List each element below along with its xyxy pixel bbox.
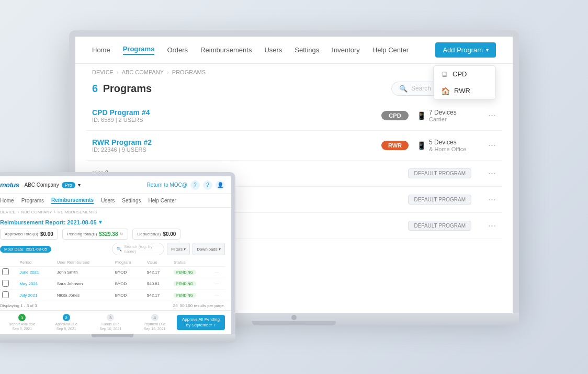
program-meta-1: ID: 6589 | 2 USERS (92, 117, 373, 123)
mini-stat-approved: Approved Total(B) $0.00 (0, 229, 58, 240)
mini-toolbar: Most Date: 2021-08-05 🔍 Search (e.g. by … (0, 243, 225, 255)
default-badge-4: DEFAULT PROGRAM (408, 195, 471, 205)
mini-search-placeholder: Search (e.g. by name) (124, 244, 160, 254)
row-status-2: PENDING (174, 281, 196, 286)
row-value-2: $40.81 (145, 278, 172, 290)
program-actions-5[interactable]: ··· (488, 220, 496, 231)
mini-content: Reimbursement Report: 2021-08-05 ▾ Appro… (0, 217, 231, 301)
mini-breadcrumb: DEVICE › NBC COMPANY › REIMBURSEMENTS (0, 208, 231, 217)
th-period: Period (17, 258, 55, 267)
mini-filters-button[interactable]: Filters ▾ (167, 243, 190, 255)
default-badge-3: DEFAULT PROGRAM (408, 168, 471, 178)
row-actions-1[interactable]: ··· (213, 267, 225, 278)
nav-inventory[interactable]: Inventory (332, 46, 359, 54)
program-actions-4[interactable]: ··· (488, 194, 496, 205)
mini-footer: Displaying 1 - 3 of 3 25 50 100 results … (0, 301, 231, 310)
nav-settings[interactable]: Settings (295, 46, 319, 54)
mini-nav-settings[interactable]: Settings (122, 198, 141, 203)
row-period-1[interactable]: June 2021 (17, 267, 55, 278)
program-devices-2: 📱 5 Devices & Home Office (417, 139, 480, 152)
th-checkbox (0, 258, 17, 267)
mini-nav-help[interactable]: Help Center (148, 198, 176, 203)
mini-search-icon: 🔍 (117, 247, 122, 252)
program-name-2[interactable]: RWR Program #2 (92, 138, 373, 146)
row-user-2: Sara Johnson (55, 278, 113, 290)
mini-laptop-screen: motus ABC Company Pro ▾ Return to MOC@ ?… (0, 172, 235, 334)
row-status-1: PENDING (174, 270, 196, 275)
mini-nav-programs[interactable]: Programs (21, 198, 44, 203)
device-sub-2: & Home Office (429, 146, 466, 152)
program-info-1: CPD Program #4 ID: 6589 | 2 USERS (92, 108, 373, 123)
mini-search[interactable]: 🔍 Search (e.g. by name) (112, 243, 164, 255)
mini-company-badge: Pro (62, 182, 75, 188)
mini-return-link[interactable]: Return to MOC@ (147, 182, 187, 188)
search-icon: 🔍 (399, 85, 408, 93)
dropdown-cpd-label: CPD (453, 70, 467, 78)
program-name-1[interactable]: CPD Program #4 (92, 108, 373, 117)
default-badge-5: DEFAULT PROGRAM (408, 221, 471, 231)
mini-header-right: Return to MOC@ ? ? 👤 (147, 180, 225, 190)
devices-count-1: 7 Devices (429, 109, 457, 116)
main-nav: Home Programs Orders Reimbursements User… (75, 37, 513, 64)
mini-stats: Approved Total(B) $0.00 Pending total(B)… (0, 229, 225, 240)
nav-help[interactable]: Help Center (372, 46, 409, 54)
nav-home[interactable]: Home (92, 46, 110, 54)
step-label-4: Payment Due Sep 15, 2021 (143, 322, 165, 331)
nav-orders[interactable]: Orders (167, 46, 188, 54)
nav-users[interactable]: Users (264, 46, 282, 54)
nav-links: Home Programs Orders Reimbursements User… (92, 45, 409, 55)
mini-nav-reimbursements[interactable]: Reimbursements (51, 197, 94, 204)
mini-help-button[interactable]: ? (190, 180, 200, 190)
approve-btn-line2: by September 7 (186, 323, 216, 327)
row-user-3: Nikita Jones (55, 290, 113, 301)
program-actions-1[interactable]: ··· (488, 110, 496, 121)
nav-reimbursements[interactable]: Reimbursements (200, 46, 252, 54)
mini-stat-pending: Pending total(B) $329.38 ↻ (62, 229, 129, 240)
program-meta-2: ID: 22346 | 9 USERS (92, 146, 373, 153)
mini-help2-button[interactable]: ? (203, 180, 212, 190)
device-icon: 📱 (417, 111, 426, 120)
step-1: 1 Report Available Sep 5, 2021 (0, 314, 44, 331)
dropdown-cpd[interactable]: 🖥 CPD (434, 66, 495, 83)
row-value-1: $42.17 (145, 267, 172, 278)
step-label-1: Report Available Sep 5, 2021 (9, 322, 36, 331)
step-2: 2 Approval Due Sep 8, 2021 (44, 314, 88, 331)
th-actions (213, 258, 225, 267)
home-icon: 🏠 (441, 87, 450, 95)
mini-refresh-icon[interactable]: ↻ (120, 232, 123, 236)
row-checkbox-1[interactable] (2, 268, 9, 275)
dropdown-rwr-label: RWR (454, 87, 470, 95)
monitor-icon: 🖥 (441, 70, 448, 78)
row-actions-3[interactable]: ··· (213, 290, 225, 301)
dropdown-rwr[interactable]: 🏠 RWR (434, 83, 495, 99)
mini-downloads-button[interactable]: Downloads ▾ (193, 243, 225, 255)
mini-pagination: 25 50 100 results per page. (173, 303, 225, 308)
row-period-3[interactable]: July 2021 (17, 290, 55, 301)
nav-programs[interactable]: Programs (123, 45, 155, 55)
mini-stat-pending-label: Pending total(B) (67, 232, 97, 236)
breadcrumb-device: DEVICE (92, 69, 114, 75)
laptop-notch (291, 315, 297, 320)
mini-company: ABC Company Pro ▾ (25, 182, 81, 188)
mini-nav: Home Programs Reimbursements Users Setti… (0, 194, 231, 208)
program-info-2: RWR Program #2 ID: 22346 | 9 USERS (92, 138, 373, 153)
row-period-2[interactable]: May 2021 (17, 278, 55, 290)
mini-report-title: Reimbursement Report: 2021-08-05 ▾ (0, 219, 225, 225)
approve-all-button[interactable]: Approve All Pending by September 7 (177, 315, 225, 330)
program-actions-2[interactable]: ··· (488, 140, 496, 151)
mini-nav-users[interactable]: Users (101, 198, 115, 203)
table-row: CPD Program #4 ID: 6589 | 2 USERS CPD 📱 … (86, 101, 502, 131)
th-status: Status (172, 258, 213, 267)
row-checkbox-3[interactable] (2, 291, 9, 298)
mini-nav-home[interactable]: Home (0, 198, 14, 203)
row-checkbox-2[interactable] (2, 280, 9, 287)
add-program-button[interactable]: Add Program ▾ (435, 42, 496, 58)
step-label-2: Approval Due Sep 8, 2021 (55, 322, 77, 331)
program-actions-3[interactable]: ··· (488, 168, 496, 179)
row-actions-2[interactable]: ··· (213, 278, 225, 290)
mini-user-button[interactable]: 👤 (216, 180, 225, 190)
row-program-1: BYOD (113, 267, 145, 278)
add-program-label: Add Program (443, 46, 483, 54)
approve-btn-line1: Approve All Pending (182, 317, 220, 322)
row-status-3: PENDING (174, 293, 196, 298)
